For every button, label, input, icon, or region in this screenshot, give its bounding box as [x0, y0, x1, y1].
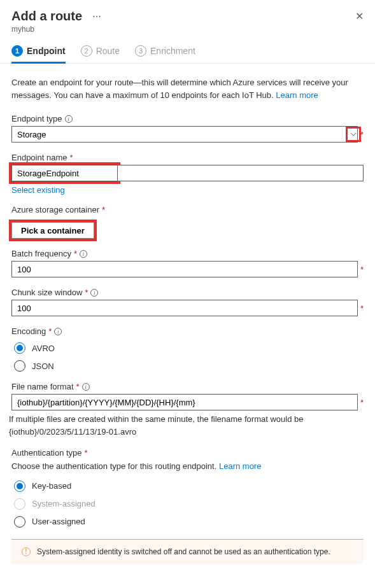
- endpoint-name-input[interactable]: [11, 165, 118, 181]
- required-indicator: *: [360, 265, 364, 274]
- intro-text: Create an endpoint for your route—this w…: [11, 76, 364, 101]
- encoding-option-avro[interactable]: AVRO: [14, 342, 364, 354]
- required-indicator: *: [69, 153, 73, 162]
- info-icon[interactable]: i: [80, 250, 87, 258]
- auth-type-help: Choose the authentication type for this …: [11, 460, 364, 473]
- auth-option-key-based[interactable]: Key-based: [14, 480, 364, 492]
- chunk-size-input[interactable]: [11, 300, 358, 316]
- radio-icon: [14, 342, 25, 354]
- endpoint-type-select[interactable]: [11, 126, 358, 143]
- tab-label: Route: [96, 46, 120, 56]
- tab-label: Enrichment: [150, 46, 195, 56]
- radio-label: JSON: [32, 361, 54, 371]
- storage-container-label: Azure storage container: [11, 205, 99, 214]
- chunk-size-label: Chunk size window: [11, 288, 82, 297]
- learn-more-link[interactable]: Learn more: [276, 90, 318, 100]
- required-indicator: *: [74, 249, 77, 258]
- radio-label: User-assigned: [32, 517, 85, 526]
- info-icon[interactable]: i: [90, 289, 98, 297]
- select-existing-link[interactable]: Select existing: [11, 185, 65, 195]
- radio-icon: [14, 516, 25, 528]
- auth-type-label: Authentication type: [11, 448, 82, 458]
- radio-icon: [14, 480, 25, 492]
- filename-format-input[interactable]: [11, 394, 358, 410]
- encoding-label: Encoding: [11, 326, 46, 336]
- endpoint-type-label: Endpoint type: [11, 114, 62, 123]
- endpoint-name-input-ext[interactable]: [118, 165, 364, 181]
- info-icon[interactable]: i: [54, 328, 62, 335]
- radio-label: System-assigned: [32, 499, 96, 508]
- encoding-option-json[interactable]: JSON: [14, 360, 364, 372]
- required-indicator: *: [85, 448, 88, 458]
- warning-text: System-assigned identity is switched off…: [37, 547, 330, 556]
- radio-label: Key-based: [32, 481, 71, 491]
- endpoint-name-label: Endpoint name: [11, 153, 67, 162]
- required-indicator: *: [85, 288, 88, 297]
- auth-learn-more-link[interactable]: Learn more: [219, 461, 261, 471]
- pick-container-button[interactable]: Pick a container: [11, 222, 94, 239]
- auth-option-system-assigned: System-assigned: [14, 498, 364, 510]
- warning-icon: !: [22, 547, 31, 556]
- required-indicator: *: [76, 382, 80, 391]
- required-indicator: *: [360, 398, 364, 407]
- warning-banner: ! System-assigned identity is switched o…: [11, 539, 364, 564]
- info-icon[interactable]: i: [82, 383, 90, 391]
- batch-frequency-label: Batch frequency: [11, 249, 71, 258]
- tab-enrichment[interactable]: 3 Enrichment: [135, 45, 195, 63]
- required-indicator: *: [102, 205, 105, 214]
- close-icon[interactable]: ✕: [355, 10, 364, 22]
- filename-format-help: If multiple files are created within the…: [9, 413, 364, 438]
- auth-option-user-assigned[interactable]: User-assigned: [14, 516, 364, 528]
- step-number-icon: 1: [11, 45, 23, 57]
- page-title: Add a route: [11, 9, 82, 24]
- required-indicator: *: [360, 304, 364, 313]
- batch-frequency-input[interactable]: [11, 261, 358, 277]
- radio-icon: [14, 360, 25, 372]
- required-indicator: *: [360, 130, 364, 139]
- required-indicator: *: [48, 326, 52, 336]
- tab-label: Endpoint: [27, 46, 66, 56]
- filename-format-label: File name format: [11, 382, 74, 391]
- resource-name: myhub: [11, 25, 364, 34]
- tab-endpoint[interactable]: 1 Endpoint: [11, 45, 66, 63]
- step-number-icon: 3: [135, 45, 146, 57]
- wizard-tabs: 1 Endpoint 2 Route 3 Enrichment: [0, 34, 375, 64]
- tab-route[interactable]: 2 Route: [81, 45, 120, 63]
- step-number-icon: 2: [81, 45, 92, 57]
- more-actions-icon[interactable]: ⋯: [92, 11, 101, 22]
- info-icon[interactable]: i: [65, 115, 73, 123]
- radio-icon: [14, 498, 25, 510]
- radio-label: AVRO: [32, 344, 55, 353]
